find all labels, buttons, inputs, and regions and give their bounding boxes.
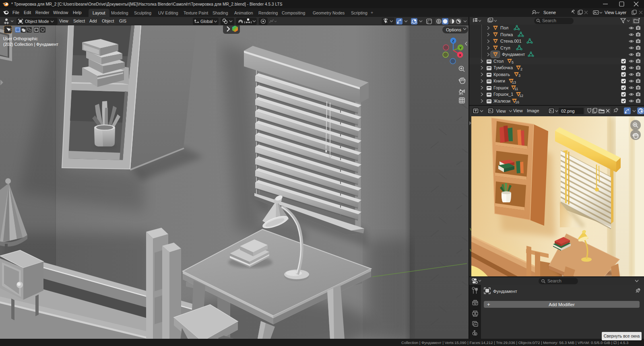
svg-text:Полка: Полка (500, 32, 513, 37)
svg-text:Стол: Стол (493, 59, 504, 64)
svg-text:Стул: Стул (500, 45, 510, 50)
svg-text:11: 11 (514, 87, 518, 91)
svg-text:X: X (459, 53, 461, 57)
svg-text:Фундамент: Фундамент (493, 289, 518, 294)
svg-text:(202) Collection | Фундамент: (202) Collection | Фундамент (3, 42, 58, 47)
svg-text:View Layer: View Layer (605, 10, 627, 15)
svg-text:Пол: Пол (500, 25, 508, 30)
svg-text:2: 2 (520, 67, 522, 71)
svg-text:View: View (496, 109, 506, 113)
svg-text:Книги: Книги (493, 78, 505, 83)
svg-text:Options: Options (446, 27, 461, 32)
svg-text:16: 16 (515, 100, 519, 104)
svg-text:12: 12 (519, 94, 523, 98)
svg-text:Scene: Scene (543, 10, 556, 15)
svg-text:Горшок: Горшок (493, 85, 508, 90)
svg-text:13: 13 (512, 80, 516, 84)
svg-text:Search: Search (547, 278, 561, 283)
svg-text:Стена.001: Стена.001 (500, 39, 522, 43)
svg-text:Add Modifier: Add Modifier (549, 302, 575, 307)
svg-text:+: + (487, 301, 490, 307)
svg-text:02.png: 02.png (561, 109, 575, 113)
svg-text:5: 5 (512, 60, 514, 64)
svg-text:User Orthographic: User Orthographic (3, 36, 38, 41)
svg-text:Горшок_1: Горшок_1 (493, 92, 513, 97)
svg-text:Жалюзи: Жалюзи (493, 99, 510, 103)
svg-text:Кровать: Кровать (493, 72, 510, 77)
svg-text:Z: Z (452, 39, 454, 43)
svg-text:Тумбочка: Тумбочка (493, 65, 513, 70)
svg-text:Y: Y (459, 46, 462, 50)
svg-text:3: 3 (518, 74, 520, 78)
svg-text:Фундамент: Фундамент (502, 52, 525, 57)
